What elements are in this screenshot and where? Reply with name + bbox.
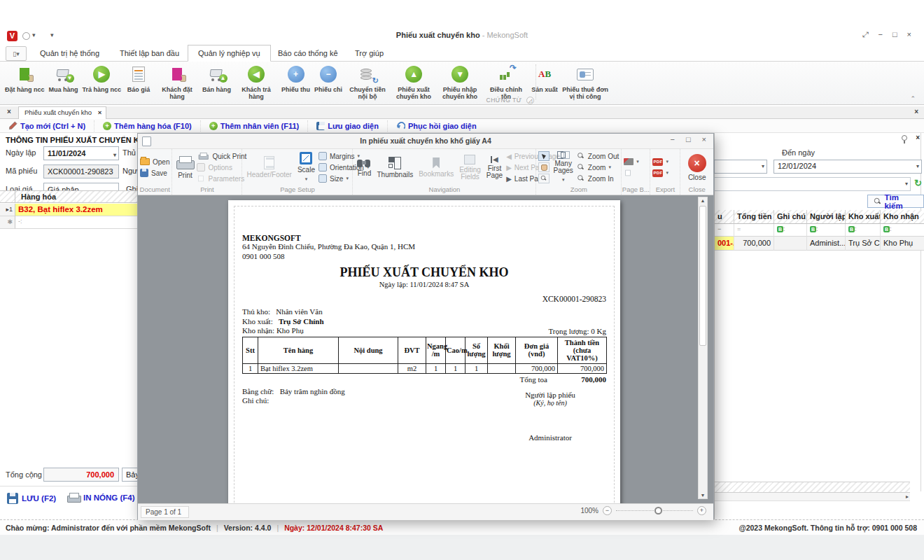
new-record-button[interactable]: Tạo mới (Ctrl + N) [0,120,94,132]
row-cell-creator[interactable]: Administ... [807,237,846,251]
tab-close-icon[interactable]: × [98,108,102,116]
print-button[interactable]: Print [174,151,195,183]
quick-print-button[interactable]: Quick Print [197,151,246,161]
pin-icon[interactable] [902,135,907,141]
ribbon-tab-quan-ly-nghiep-vu[interactable]: Quản lý nghiệp vụ [188,45,271,62]
hand-tool-button[interactable] [538,162,550,172]
dialog-maximize-icon[interactable]: □ [686,135,691,144]
close-all-tabs-icon[interactable]: × [7,108,11,115]
new-row-header[interactable]: ✱ [0,216,15,229]
ribbon-collapse-icon[interactable]: ⌃ [910,95,916,102]
restore-layout-button[interactable]: Phục hồi giao diện [388,120,485,132]
row-cell-source[interactable]: Trụ Sở C... [846,237,881,251]
tabstrip-close-icon[interactable]: × [914,108,918,115]
column-header-note[interactable]: Ghi chú [774,210,807,224]
scrollbar-thumb[interactable] [699,206,706,346]
column-header-creator[interactable]: Người lập [807,210,846,224]
ribbon-button-mua-hang[interactable]: ▼ Mua hàng [47,63,80,94]
dialog-minimize-icon[interactable]: − [670,135,674,144]
ribbon-button-dieu-chinh-ton[interactable]: ↷ Điều chỉnh tồn [483,63,529,101]
close-preview-button[interactable]: ×Close [686,151,708,183]
parameters-button[interactable]: Parameters [197,174,246,183]
filter-cell-note[interactable]: B: [774,224,807,237]
scroll-right-icon[interactable]: ▸ [906,493,909,500]
filter-cell-total[interactable]: = [734,224,774,237]
zoom-slider-knob[interactable] [654,507,662,514]
ribbon-tab-thiet-lap[interactable]: Thiết lập ban đầu [109,45,190,62]
filter-cell-creator[interactable]: B: [807,224,846,237]
zoom-in-button[interactable]: Zoom In [577,174,619,183]
fullscreen-icon[interactable]: ⤢ [862,30,869,39]
filter-cell-source[interactable]: B: [846,224,881,237]
from-date-input-partial[interactable]: ▾ [714,160,767,174]
to-date-input[interactable]: 12/01/2024 ▾ [774,160,922,174]
options-button[interactable]: Options [197,162,246,172]
ribbon-button-khach-tra-hang[interactable]: ◀ Khách trả hàng [233,63,279,101]
zoom-button[interactable]: Zoom▾ [577,162,619,172]
ribbon-button-khach-dat-hang[interactable]: Khách đặt hàng [154,63,200,101]
scroll-up-icon[interactable]: ▲ [699,198,707,203]
close-icon[interactable]: × [907,30,911,39]
ribbon-button-tra-hang-ncc[interactable]: ▶ Trả hàng ncc [80,63,124,94]
hot-print-button[interactable]: IN NÓNG (F4) [67,493,134,503]
zoom-out-button[interactable]: Zoom Out [577,151,619,161]
ribbon-button-dat-hang-ncc[interactable]: Đặt hàng ncc [3,63,47,94]
send-pdf-button[interactable]: PDF▾ [652,168,668,178]
document-tab-phieu-xuat[interactable]: Phiếu xuất chuyển kho × [18,106,106,119]
pointer-tool-button[interactable] [538,151,550,161]
preview-vertical-scrollbar[interactable]: ▲ ▼ [698,197,708,499]
scroll-down-icon[interactable]: ▼ [699,493,707,498]
date-created-input[interactable]: 11/01/2024 ▾ [43,146,119,160]
chevron-down-icon[interactable]: ▾ [762,163,764,169]
find-button[interactable]: Find [355,151,373,183]
ribbon-button-san-xuat[interactable]: AB Sản xuất [529,63,560,94]
ribbon-tab-quan-tri[interactable]: Quản trị hệ thống [29,45,110,62]
column-header-source-warehouse[interactable]: Kho xuất [846,210,881,224]
ribbon-tab-bao-cao[interactable]: Báo cáo thống kê [267,45,349,62]
zoom-slider-track[interactable] [616,510,693,511]
export-pdf-button[interactable]: PDF▾ [652,157,668,167]
ribbon-tab-tro-giup[interactable]: Trợ giúp [344,45,394,62]
restore-icon[interactable]: □ [892,30,897,39]
ribbon-group-dialog-launcher[interactable]: ◿ [526,97,534,104]
zoom-out-button[interactable]: − [603,506,612,515]
voucher-code-input[interactable]: XCK00001-290823 [43,164,119,178]
add-employee-button[interactable]: + Thêm nhân viên (F11) [201,120,308,132]
first-page-button[interactable]: ◀First Page [484,151,505,183]
column-header-code[interactable]: u [715,210,734,224]
filter-cell-code[interactable]: − [715,224,734,237]
row-cell-note[interactable] [774,237,807,251]
ribbon-button-phieu-thue-don-vi[interactable]: Phiếu thuê đơn vị thi công [560,63,610,101]
page-color-button[interactable] [624,168,639,178]
ribbon-button-phieu-xuat-chuyen-kho[interactable]: ▲ Phiếu xuất chuyển kho [391,63,437,101]
product-column-header[interactable]: Hàng hóa [21,192,56,201]
preview-document-area[interactable]: MEKONGSOFT 64 Nguyễn Đình Chiểu, Phường … [138,195,713,503]
watermark-button[interactable]: ▾ [624,157,639,167]
zoom-in-button[interactable]: + [697,506,706,515]
row-cell-dest[interactable]: Kho Phụ [881,237,924,251]
ribbon-button-phieu-chi[interactable]: − Phiếu chi [312,63,344,94]
editing-fields-button[interactable]: Editing Fields [457,151,483,183]
dialog-close-icon[interactable]: × [702,135,706,144]
thumbnails-button[interactable]: Thumbnails [374,151,415,183]
chevron-down-icon[interactable]: ▾ [113,149,116,162]
column-header-dest-warehouse[interactable]: Kho nhận [881,210,924,224]
horizontal-scrollbar[interactable]: ▸ [715,493,910,501]
save-layout-button[interactable]: Lưu giao diện [308,120,388,132]
row-cell-total[interactable]: 700,000 [734,237,774,251]
chevron-down-icon[interactable]: ▾ [905,181,908,187]
ribbon-button-chuyen-tien-noi-bo[interactable]: ↻ Chuyển tiền nội bộ [344,63,391,101]
minimize-icon[interactable]: − [878,30,882,39]
ribbon-button-phieu-nhap-chuyen-kho[interactable]: ▼ Phiếu nhập chuyển kho [437,63,483,101]
many-pages-button[interactable]: Many Pages▾ [551,151,575,183]
magnifier-tool-button[interactable] [538,174,550,183]
chevron-down-icon[interactable]: ▾ [916,163,919,169]
row-cell-code[interactable]: 001-... [715,237,734,251]
app-menu-button[interactable]: ▯▾ [6,46,27,61]
bookmarks-button[interactable]: Bookmarks [416,151,456,183]
column-header-total[interactable]: Tổng tiền [734,210,774,224]
add-product-button[interactable]: + Thêm hàng hóa (F10) [94,120,201,132]
row-header-1[interactable]: ▸1 [0,204,15,216]
ribbon-button-bao-gia[interactable]: Báo giá [123,63,154,94]
refresh-icon[interactable]: ↻ [914,178,922,188]
